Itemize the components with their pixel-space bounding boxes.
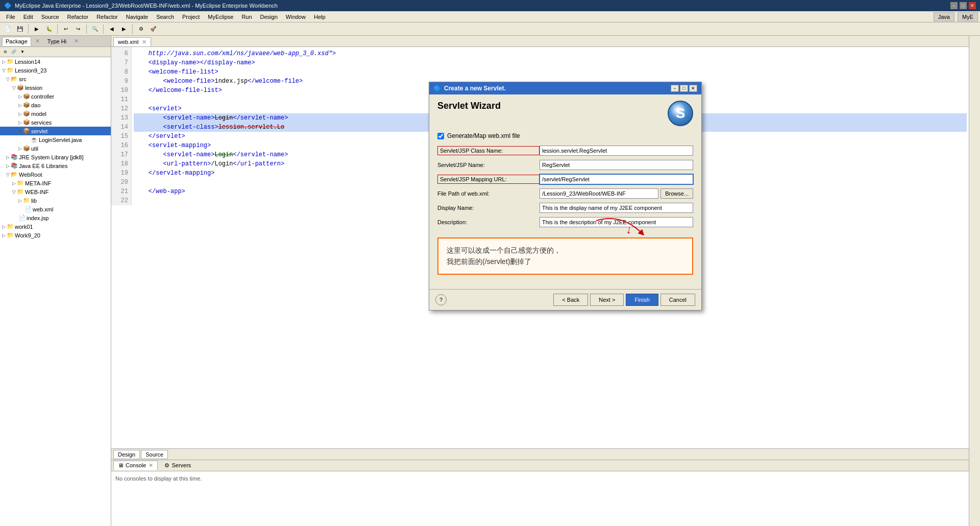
bottom-tab-servers[interactable]: ⚙Servers [160, 461, 195, 470]
menu-bar: File Edit Source Refactor Refactor Navig… [0, 11, 980, 22]
tree-item-lession14[interactable]: ▷ 📁 Lession14 [0, 57, 111, 66]
form-row-displayname: Display Name: [437, 203, 693, 213]
dialog-note: 这里可以改成一个自己感觉方便的，我把前面的(/servlet)删掉了 [437, 237, 693, 275]
tree-item-work9-20[interactable]: ▷ 📁 Work9_20 [0, 231, 111, 240]
field-label-jspname: Servlet/JSP Name: [437, 162, 540, 168]
tree-item-javaee[interactable]: ▷ 📚 Java EE 6 Libraries [0, 161, 111, 170]
tb-back[interactable]: ◀ [106, 23, 117, 35]
dialog-close[interactable]: ✕ [689, 85, 697, 92]
menu-file[interactable]: File [2, 13, 19, 21]
close-button[interactable]: ✕ [969, 2, 976, 9]
tree-item-web-inf[interactable]: ▽ 📁 WEB-INF [0, 187, 111, 196]
note-arrow-line [591, 218, 652, 240]
dialog-icon: S [668, 101, 693, 126]
tree-item-dao[interactable]: ▷ 📦 dao [0, 101, 111, 109]
dialog-title-icon: 🔷 [433, 85, 441, 92]
sidebar-menu[interactable]: ▼ [18, 48, 27, 56]
field-displayname[interactable] [540, 203, 693, 213]
menu-search[interactable]: Search [152, 13, 178, 21]
sidebar-link-editor[interactable]: 🔗 [10, 48, 18, 56]
tree-item-indexjsp[interactable]: 📄 index.jsp [0, 213, 111, 222]
tree-item-controller[interactable]: ▷ 📦 controller [0, 92, 111, 101]
field-jspname[interactable] [540, 160, 693, 170]
tree-item-services[interactable]: ▷ 📦 services [0, 118, 111, 127]
menu-myeclipse[interactable]: MyEclipse [204, 13, 237, 21]
menu-project[interactable]: Project [178, 13, 204, 21]
tree-item-webroot[interactable]: ▽ 📂 WebRoot [0, 170, 111, 179]
tree-item-servlet[interactable]: ▽ 📦 servlet [0, 127, 111, 135]
tree-item-lession-pkg[interactable]: ▽ 📦 lession [0, 83, 111, 92]
menu-refactor2[interactable]: Refactor [92, 13, 122, 21]
tb-save[interactable]: 💾 [14, 23, 26, 35]
dialog-titlebar: 🔷 Create a new Servlet. − □ ✕ [429, 82, 701, 94]
back-button[interactable]: < Back [553, 294, 588, 306]
tb-run[interactable]: ▶ [31, 23, 42, 35]
tree-item-meta-inf[interactable]: ▷ 📁 META-INF [0, 179, 111, 187]
tree-item-src[interactable]: ▽ 📂 src [0, 75, 111, 83]
sidebar-header: Package ✕ Type Hi ✕ [0, 36, 111, 47]
menu-help[interactable]: Help [310, 13, 330, 21]
tree-item-webxml[interactable]: 📄 web.xml [0, 205, 111, 213]
field-label-displayname: Display Name: [437, 205, 540, 211]
console-content: No consoles to display at this time. [111, 471, 969, 526]
sidebar-collapse-all[interactable]: ⊖ [1, 48, 9, 56]
form-row-classname: Servlet/JSP Class Name: [437, 146, 693, 156]
bottom-tab-console[interactable]: 🖥Console ✕ [113, 461, 158, 470]
code-line-6: http://java.sun.com/xml/ns/javaee/web-ap… [134, 49, 967, 58]
tree-item-lib[interactable]: ▷ 📁 lib [0, 196, 111, 205]
servlet-dialog: 🔷 Create a new Servlet. − □ ✕ Servlet Wi… [429, 82, 702, 310]
editor-tabs: web.xml ✕ [111, 36, 969, 47]
line-numbers: 6 7 8 9 10 11 12 13 14 15 16 17 18 19 20… [111, 47, 132, 205]
generate-webxml-checkbox[interactable] [437, 133, 444, 139]
finish-button[interactable]: Finish [626, 294, 658, 306]
tb-search[interactable]: 🔍 [89, 23, 101, 35]
tree-item-lession9-23[interactable]: ▽ 📁 Lession9_23 [0, 66, 111, 75]
tb-deploy[interactable]: 🚀 [148, 23, 159, 35]
bottom-tabs: 🖥Console ✕ ⚙Servers [111, 460, 969, 471]
menu-navigate[interactable]: Navigate [122, 13, 152, 21]
menu-source[interactable]: Source [37, 13, 63, 21]
field-classname[interactable] [540, 146, 693, 156]
cancel-button[interactable]: Cancel [660, 294, 695, 306]
help-button[interactable]: ? [435, 294, 447, 305]
tree-item-model[interactable]: ▷ 📦 model [0, 109, 111, 118]
sidebar-tab-package[interactable]: Package [2, 37, 31, 46]
sidebar: Package ✕ Type Hi ✕ ⊖ 🔗 ▼ ▷ 📁 Lession14 … [0, 36, 111, 526]
title-bar: 🔷 MyEclipse Java Enterprise - Lession9_2… [0, 0, 980, 11]
menu-window[interactable]: Window [282, 13, 310, 21]
editor-tab-close[interactable]: ✕ [142, 39, 146, 45]
tree-item-work01[interactable]: ▷ 📁 work01 [0, 222, 111, 231]
tab-design[interactable]: Design [113, 450, 140, 459]
perspective-java[interactable]: Java [934, 12, 954, 21]
sidebar-tab-typehi[interactable]: Type Hi [44, 37, 70, 46]
tb-new[interactable]: 📄 [2, 23, 13, 35]
menu-design[interactable]: Design [256, 13, 282, 21]
dialog-maximize[interactable]: □ [680, 85, 688, 92]
field-label-filepath: File Path of web.xml: [437, 190, 540, 197]
tb-undo[interactable]: ↩ [60, 23, 71, 35]
perspective-mye[interactable]: MyE [958, 12, 978, 21]
form-row-mappingurl: Servlet/JSP Mapping URL: [437, 174, 693, 184]
tab-source[interactable]: Source [141, 450, 168, 459]
tree-item-loginservlet[interactable]: ☕ LoginServlet.java [0, 135, 111, 144]
field-mappingurl[interactable] [540, 174, 693, 184]
field-filepath[interactable] [540, 188, 658, 199]
editor-tab-webxml[interactable]: web.xml ✕ [113, 37, 151, 46]
tb-forward[interactable]: ▶ [118, 23, 130, 35]
menu-refactor1[interactable]: Refactor [63, 13, 93, 21]
field-label-classname: Servlet/JSP Class Name: [437, 146, 540, 155]
tb-server[interactable]: ⚙ [135, 23, 146, 35]
tb-debug[interactable]: 🐛 [43, 23, 55, 35]
menu-run[interactable]: Run [237, 13, 256, 21]
maximize-button[interactable]: □ [960, 2, 967, 9]
tb-redo[interactable]: ↪ [72, 23, 84, 35]
browse-button[interactable]: Browse... [660, 188, 693, 199]
minimize-button[interactable]: − [950, 2, 958, 9]
tree-item-util[interactable]: ▷ 📦 util [0, 144, 111, 153]
sidebar-toolbar: ⊖ 🔗 ▼ [0, 47, 111, 57]
dialog-minimize[interactable]: − [671, 85, 679, 92]
menu-edit[interactable]: Edit [19, 13, 37, 21]
next-button[interactable]: Next > [590, 294, 624, 306]
dialog-subtitle: Servlet Wizard [437, 101, 501, 111]
tree-item-jre[interactable]: ▷ 📚 JRE System Library [jdk8] [0, 153, 111, 161]
